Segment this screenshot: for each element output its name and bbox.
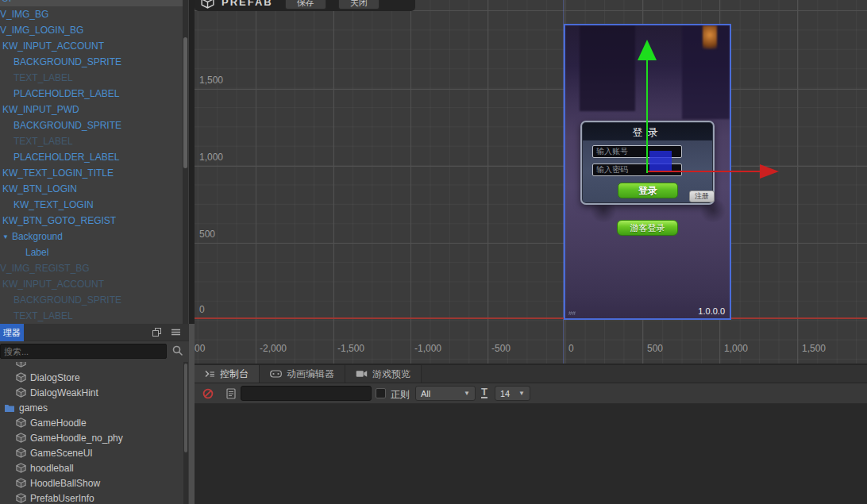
- console-output-area[interactable]: [195, 405, 867, 504]
- hierarchy-node-label: Label: [25, 247, 48, 258]
- assets-scrollbar[interactable]: [183, 362, 188, 504]
- font-size-dropdown[interactable]: 14 ▼: [495, 386, 530, 401]
- hierarchy-node-row[interactable]: KW_INPUT_ACCOUNT: [0, 276, 183, 292]
- asset-label: HoodleBallShow: [30, 478, 100, 489]
- assets-scrollbar-thumb[interactable]: [184, 364, 187, 452]
- console-filter-input[interactable]: [241, 386, 372, 401]
- hierarchy-node-row[interactable]: KW_TEXT_LOGIN: [0, 197, 183, 213]
- hierarchy-node-row[interactable]: V_IMG_LOGIN_BG: [0, 22, 183, 38]
- hierarchy-node-label: KW_BTN_GOTO_REGIST: [2, 215, 116, 226]
- hierarchy-node-row[interactable]: ▼ Background: [0, 229, 183, 244]
- hierarchy-node-label: V_IMG_REGIST_BG: [0, 263, 90, 274]
- asset-label: DialogStore: [30, 372, 80, 383]
- prefab-cube-icon: [16, 362, 26, 367]
- hierarchy-node-row[interactable]: KW_INPUT_ACCOUNT: [0, 38, 183, 54]
- corner-mark: ##: [568, 310, 576, 317]
- tab-animation-editor[interactable]: 动画编辑器: [260, 365, 345, 383]
- asset-label: PrefabUserInfo: [30, 493, 94, 504]
- gizmo-x-axis[interactable]: [648, 171, 760, 172]
- hierarchy-node-row[interactable]: PLACEHOLDER_LABEL: [0, 149, 183, 165]
- hierarchy-node-label: TEXT_LABEL: [13, 310, 73, 321]
- hierarchy-node-row[interactable]: TEXT_LABEL: [0, 308, 183, 324]
- hierarchy-node-label: UI: [2, 0, 11, 4]
- grid-vline: [487, 0, 488, 364]
- clear-console-icon[interactable]: [202, 388, 214, 399]
- console-panel: 控制台 动画编辑器 游戏预览: [195, 365, 867, 504]
- font-size-icon: T: [481, 387, 487, 398]
- console-toolbar: 正则 All ▼ T 14 ▼: [195, 383, 867, 404]
- tab-game-preview[interactable]: 游戏预览: [345, 365, 422, 383]
- asset-row[interactable]: [0, 362, 183, 370]
- goto-register-button: 注册: [689, 190, 715, 202]
- hierarchy-node-row[interactable]: KW_TEXT_LOGIN_TITLE: [0, 165, 183, 181]
- hierarchy-node-row[interactable]: PLACEHOLDER_LABEL: [0, 86, 183, 102]
- gizmo-x-arrowhead[interactable]: [760, 164, 779, 179]
- prefab-cube-icon: [16, 387, 26, 398]
- hierarchy-scrollbar-thumb[interactable]: [183, 37, 187, 168]
- ruler-y-label: 1,000: [199, 152, 223, 163]
- asset-row[interactable]: HoodleBallShow: [0, 475, 183, 491]
- hierarchy-node-row[interactable]: BACKGROUND_SPRITE: [0, 54, 183, 70]
- regex-checkbox[interactable]: [376, 388, 386, 398]
- assets-tab[interactable]: 理器: [0, 324, 24, 341]
- folder-icon: [4, 403, 15, 413]
- hierarchy-panel: UI V_IMG_BG V_IMG_LOGIN_BG KW_INPUT_ACCO…: [0, 0, 189, 324]
- tab-console[interactable]: 控制台: [195, 365, 260, 383]
- hierarchy-node-row[interactable]: V_IMG_BG: [0, 6, 183, 22]
- hierarchy-node-row[interactable]: TEXT_LABEL: [0, 70, 183, 86]
- hierarchy-node-label: BACKGROUND_SPRITE: [13, 120, 121, 131]
- prefab-mode-title: PREFAB: [222, 0, 273, 8]
- asset-row[interactable]: GameHoodle: [0, 415, 183, 430]
- asset-row[interactable]: PrefabUserInfo: [0, 491, 183, 504]
- hierarchy-node-row[interactable]: BACKGROUND_SPRITE: [0, 117, 183, 133]
- expand-arrow-icon[interactable]: ▼: [2, 233, 9, 240]
- assets-list: DialogStore DialogWeakHint: [0, 362, 183, 504]
- hierarchy-node-label: KW_INPUT_ACCOUNT: [2, 279, 104, 290]
- hierarchy-node-label: TEXT_LABEL: [13, 72, 73, 83]
- hierarchy-node-row[interactable]: BACKGROUND_SPRITE: [0, 292, 183, 308]
- tab-animation-label: 动画编辑器: [287, 367, 334, 381]
- log-file-icon[interactable]: [226, 388, 236, 399]
- prefab-cube-icon: [201, 0, 214, 9]
- chevron-down-icon: ▼: [518, 390, 525, 397]
- asset-row[interactable]: GameSceneUI: [0, 445, 183, 460]
- assets-tabbar: 理器: [0, 324, 189, 341]
- menu-icon[interactable]: [171, 327, 181, 337]
- asset-row[interactable]: hoodleball: [0, 460, 183, 475]
- hierarchy-node-row[interactable]: KW_BTN_GOTO_REGIST: [0, 213, 183, 229]
- hierarchy-node-label: TEXT_LABEL: [13, 136, 73, 147]
- hierarchy-node-row[interactable]: V_IMG_REGIST_BG: [0, 260, 183, 276]
- copy-icon[interactable]: [152, 327, 162, 337]
- gizmo-xy-handle[interactable]: [649, 151, 672, 171]
- scene-lamp-shape: [703, 25, 717, 49]
- asset-label: GameHoodle: [30, 417, 87, 429]
- hierarchy-scrollbar[interactable]: [183, 0, 188, 324]
- asset-row[interactable]: games: [0, 400, 183, 415]
- save-button[interactable]: 保存: [285, 0, 326, 10]
- scene-canvas[interactable]: 00-2,000-1,500-1,000-50005001,0001,500 1…: [195, 0, 867, 364]
- asset-label: GameSceneUI: [30, 448, 93, 459]
- gizmo-y-axis[interactable]: [646, 59, 648, 173]
- hierarchy-node-row[interactable]: Label: [0, 244, 183, 260]
- asset-label: GameHoodle_no_phy: [30, 433, 123, 444]
- hierarchy-node-row[interactable]: KW_BTN_LOGIN: [0, 181, 183, 197]
- close-button[interactable]: 关闭: [338, 0, 380, 10]
- log-level-value: All: [421, 389, 430, 398]
- hierarchy-node-row[interactable]: TEXT_LABEL: [0, 133, 183, 149]
- hierarchy-node-label: KW_INPUT_ACCOUNT: [2, 40, 104, 52]
- ruler-x-label: 1,500: [802, 343, 826, 354]
- asset-row[interactable]: DialogStore: [0, 370, 183, 385]
- prefab-cube-icon: [16, 478, 26, 488]
- vertical-splitter-lower[interactable]: [189, 324, 195, 504]
- log-level-dropdown[interactable]: All ▼: [415, 386, 476, 401]
- hierarchy-node-row[interactable]: KW_INPUT_PWD: [0, 102, 183, 117]
- hierarchy-node-row[interactable]: UI: [0, 0, 183, 6]
- search-input[interactable]: [0, 344, 167, 359]
- asset-row[interactable]: DialogWeakHint: [0, 385, 183, 400]
- asset-row[interactable]: GameHoodle_no_phy: [0, 430, 183, 445]
- gizmo-y-arrowhead[interactable]: [638, 40, 657, 60]
- x-axis-zero-line: [195, 317, 867, 319]
- login-button: 登录: [618, 183, 678, 198]
- search-icon[interactable]: [172, 345, 183, 356]
- hierarchy-node-label: V_IMG_BG: [0, 9, 48, 20]
